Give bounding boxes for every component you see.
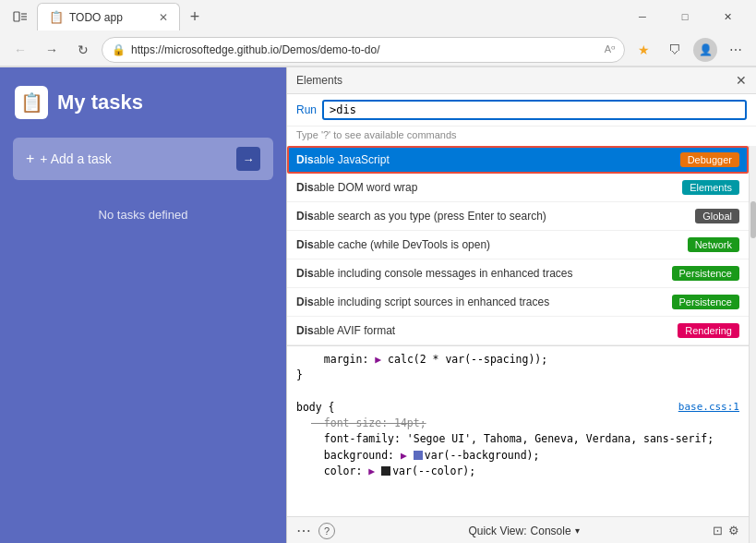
quick-view-label: Quick View: bbox=[468, 525, 526, 537]
browser-tab[interactable]: 📋 TODO app ✕ bbox=[37, 3, 180, 30]
cmd-row-disable-javascript[interactable]: Disable JavaScript Debugger bbox=[287, 146, 749, 174]
cmd-row-text: Disable JavaScript bbox=[296, 153, 390, 166]
devtools-panel: Elements ✕ Run Type '?' to see available… bbox=[286, 67, 756, 543]
persistence-tag-1: Persistence bbox=[672, 266, 739, 281]
cmd-row-text: Disable including script sources in enha… bbox=[296, 296, 549, 308]
maximize-button[interactable]: □ bbox=[664, 2, 706, 31]
new-tab-button[interactable]: + bbox=[182, 4, 208, 30]
base-css-link[interactable]: base.css:1 bbox=[678, 400, 739, 416]
quick-view-selector[interactable]: Quick View: Console ▾ bbox=[468, 525, 579, 537]
cmd-row-text: Disable including console messages in en… bbox=[296, 267, 573, 280]
read-aloud-icon: Aᵅ bbox=[605, 43, 615, 55]
favorites-icon[interactable]: ★ bbox=[630, 37, 656, 63]
cmd-row-disable-console-traces[interactable]: Disable including console messages in en… bbox=[287, 259, 749, 288]
app-area: 📋 My tasks + + Add a task → No tasks def… bbox=[0, 67, 286, 543]
code-line-font-family: font-family: 'Segoe UI', Tahoma, Geneva,… bbox=[296, 431, 739, 447]
settings-icon[interactable]: ⋯ bbox=[723, 37, 749, 63]
help-icon[interactable]: ? bbox=[318, 523, 335, 539]
rendering-tag: Rendering bbox=[678, 323, 739, 338]
no-tasks-label: No tasks defined bbox=[0, 208, 286, 222]
command-input[interactable] bbox=[330, 103, 739, 116]
cmd-row-text: Disable search as you type (press Enter … bbox=[296, 210, 546, 223]
minimize-button[interactable]: ─ bbox=[621, 2, 664, 31]
code-line-2: } bbox=[296, 368, 739, 383]
code-line-background: background: ▶ var(--background); bbox=[296, 448, 739, 464]
scrollbar-thumb[interactable] bbox=[750, 201, 756, 238]
settings-bottom-icon[interactable]: ⚙ bbox=[728, 524, 739, 537]
more-options-icon[interactable]: ⋯ bbox=[296, 522, 311, 539]
devtools-close-icon[interactable]: ✕ bbox=[736, 73, 747, 88]
code-line-1: margin: ▶ calc(2 * var(--spacing)); bbox=[296, 352, 739, 368]
cmd-row-text: Disable DOM word wrap bbox=[296, 181, 417, 194]
tab-favicon: 📋 bbox=[49, 10, 64, 24]
code-area: margin: ▶ calc(2 * var(--spacing)); } bo… bbox=[287, 345, 749, 516]
command-hint: Type '?' to see available commands bbox=[287, 127, 756, 146]
code-line-spacer bbox=[296, 384, 739, 400]
code-line-body: body { base.css:1 bbox=[296, 400, 739, 416]
forward-button[interactable]: → bbox=[39, 37, 65, 63]
persistence-tag-2: Persistence bbox=[672, 295, 739, 309]
back-button[interactable]: ← bbox=[7, 37, 33, 63]
cmd-row-disable-dom-wrap[interactable]: Disable DOM word wrap Elements bbox=[287, 174, 749, 202]
app-icon: 📋 bbox=[15, 86, 48, 119]
add-task-label: + Add a task bbox=[40, 151, 111, 166]
cmd-row-text: Disable AVIF format bbox=[296, 324, 395, 337]
cmd-row-disable-search[interactable]: Disable search as you type (press Enter … bbox=[287, 202, 749, 231]
address-bar[interactable]: 🔒 https://microsoftedge.github.io/Demos/… bbox=[102, 37, 625, 63]
profile-icon[interactable]: 👤 bbox=[693, 38, 717, 62]
debugger-tag: Debugger bbox=[680, 152, 739, 167]
dock-icon[interactable]: ⊡ bbox=[713, 524, 723, 537]
lock-icon: 🔒 bbox=[112, 43, 126, 56]
run-label[interactable]: Run bbox=[296, 103, 317, 116]
scrollbar-track[interactable] bbox=[749, 146, 756, 543]
add-task-arrow-icon: → bbox=[236, 147, 260, 171]
elements-tag: Elements bbox=[682, 180, 739, 195]
quick-view-chevron-icon: ▾ bbox=[575, 525, 580, 536]
command-results: Disable JavaScript Debugger Disable DOM … bbox=[287, 146, 749, 345]
network-tag: Network bbox=[688, 237, 739, 252]
collections-icon[interactable]: ⛉ bbox=[662, 37, 688, 63]
svg-rect-0 bbox=[14, 12, 19, 21]
cmd-row-disable-script-traces[interactable]: Disable including script sources in enha… bbox=[287, 288, 749, 317]
refresh-button[interactable]: ↻ bbox=[70, 37, 96, 63]
address-text: https://microsoftedge.github.io/Demos/de… bbox=[131, 43, 599, 56]
tab-title: TODO app bbox=[69, 11, 153, 24]
devtools-bottom-bar: ⋯ ? Quick View: Console ▾ ⊡ ⚙ bbox=[287, 516, 749, 543]
devtools-title: Elements bbox=[296, 74, 342, 87]
cmd-row-disable-cache[interactable]: Disable cache (while DevTools is open) N… bbox=[287, 231, 749, 259]
close-button[interactable]: ✕ bbox=[706, 2, 749, 31]
tab-close-icon[interactable]: ✕ bbox=[159, 11, 168, 24]
cmd-row-text: Disable cache (while DevTools is open) bbox=[296, 238, 490, 251]
code-line-font-size: font-size: 14pt; bbox=[296, 416, 739, 431]
add-task-button[interactable]: + + Add a task → bbox=[13, 138, 273, 180]
plus-icon: + bbox=[26, 151, 34, 167]
code-line-color: color: ▶ var(--color); bbox=[296, 464, 739, 479]
global-tag: Global bbox=[695, 209, 739, 223]
quick-view-value: Console bbox=[531, 525, 571, 537]
browser-sidebar-toggle[interactable] bbox=[7, 4, 33, 30]
app-title: My tasks bbox=[57, 90, 143, 115]
cmd-row-disable-avif[interactable]: Disable AVIF format Rendering bbox=[287, 317, 749, 345]
